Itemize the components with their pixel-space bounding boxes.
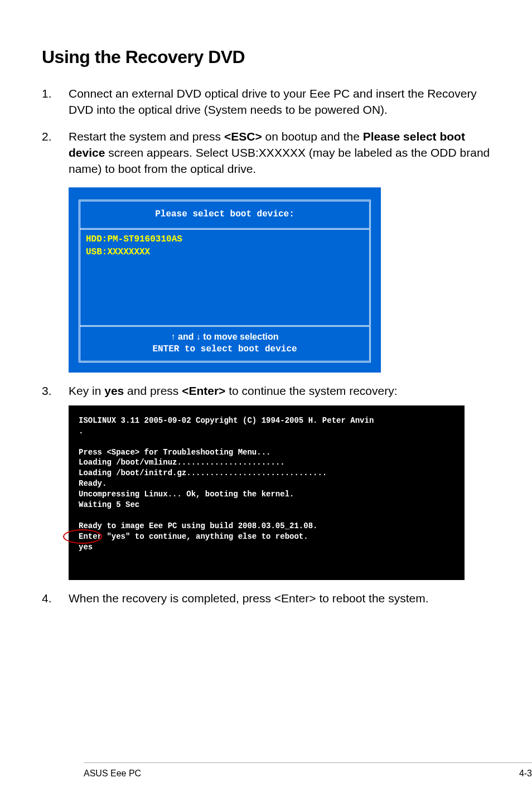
step-2: Restart the system and press <ESC> on bo… [42,128,490,373]
step-2-text-b: on bootup and the [262,130,363,143]
term-line2: Press <Space> for Troubleshooting Menu..… [79,448,270,457]
term-line3: Loading /boot/vmlinuz...................… [79,458,285,467]
bios-device-usb: USB:XXXXXXXX [86,246,364,258]
bios-footer-line1: ↑ and ↓ to move selection [171,332,279,341]
footer-right: 4-3 [519,767,532,780]
step-1-text: Connect an external DVD optical drive to… [69,87,477,116]
bios-device-list: HDD:PM-ST9160310AS USB:XXXXXXXX [80,230,369,327]
bios-footer: ↑ and ↓ to move selection ENTER to selec… [80,327,369,361]
term-line8: Ready to image Eee PC using build 2008.0… [79,521,317,530]
bios-screenshot: Please select boot device: HDD:PM-ST9160… [69,187,381,373]
terminal-screenshot: ISOLINUX 3.11 2005-09-02 Copyright (C) 1… [69,405,465,581]
terminal-container: ISOLINUX 3.11 2005-09-02 Copyright (C) 1… [69,405,490,581]
step-3-enter: <Enter> [182,384,225,397]
page-heading: Using the Recovery DVD [42,45,490,70]
bios-title: Please select boot device: [80,201,369,230]
instruction-list: Connect an external DVD optical drive to… [42,85,490,607]
step-2-text-c: screen appears. Select USB:XXXXXX (may b… [69,146,490,175]
step-2-esc: <ESC> [224,130,262,143]
bios-device-hdd: HDD:PM-ST9160310AS [86,233,364,245]
term-line6: Uncompressing Linux... Ok, booting the k… [79,490,294,499]
term-line1: ISOLINUX 3.11 2005-09-02 Copyright (C) 1… [79,416,374,425]
term-line7: Waiting 5 Sec [79,500,139,509]
footer-left: ASUS Eee PC [84,767,141,780]
step-3-text-a: Key in [69,384,104,397]
bios-inner: Please select boot device: HDD:PM-ST9160… [79,200,371,363]
step-3-text-b: and press [124,384,182,397]
page-footer: ASUS Eee PC 4-3 [84,762,532,780]
term-line10: yes [79,543,93,552]
term-dot: . [79,427,83,436]
term-line5: Ready. [79,479,107,488]
step-1: Connect an external DVD optical drive to… [42,85,490,118]
step-3-text-c: to continue the system recovery: [225,384,397,397]
term-line4: Loading /boot/initrd.gz.................… [79,468,327,477]
step-4-text: When the recovery is completed, press <E… [69,592,428,605]
term-line9: Enter "yes" to continue, anything else t… [79,532,308,541]
bios-footer-line2: ENTER to select boot device [152,344,297,354]
step-3: Key in yes and press <Enter> to continue… [42,383,490,581]
step-4: When the recovery is completed, press <E… [42,590,490,606]
step-3-yes: yes [104,384,124,397]
step-2-text-a: Restart the system and press [69,130,224,143]
